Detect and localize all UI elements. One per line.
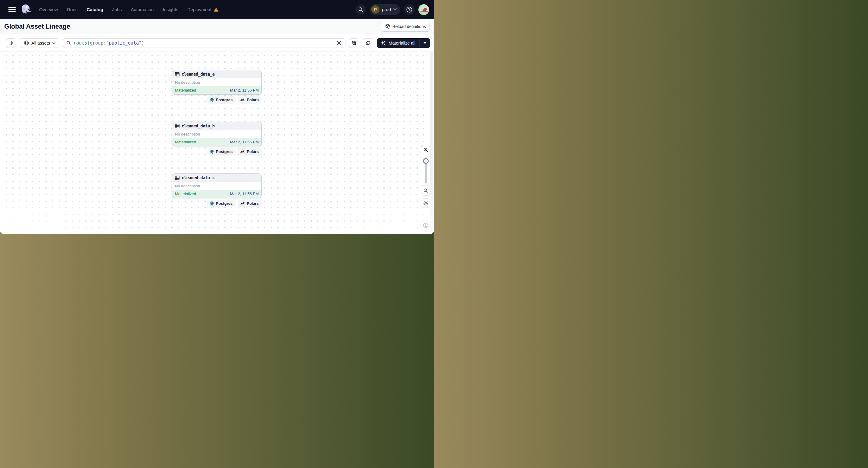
polars-icon xyxy=(240,98,245,102)
deployment-name: prod xyxy=(382,7,391,12)
sparkle-icon xyxy=(380,40,386,46)
polars-icon xyxy=(240,150,245,154)
nav-item-deployment[interactable]: Deployment xyxy=(187,7,219,12)
gear-icon xyxy=(423,200,429,206)
tag-label: Postgres xyxy=(216,149,233,154)
zoom-in-button[interactable] xyxy=(421,145,430,155)
materialization-timestamp[interactable]: Mar 2, 11:56 PM xyxy=(230,88,259,92)
asset-node-header: cleaned_data_c xyxy=(172,174,261,182)
tag-label: Postgres xyxy=(216,201,233,206)
nav-links: Overview Runs Catalog Jobs Automation In… xyxy=(39,7,219,12)
view-full-graph-button[interactable] xyxy=(349,38,359,48)
asset-node-cleaned-data-a[interactable]: cleaned_data_a No description Materializ… xyxy=(172,70,262,95)
user-avatar[interactable] xyxy=(418,4,429,15)
search-button[interactable] xyxy=(355,4,366,15)
asset-node-header: cleaned_data_b xyxy=(172,122,261,130)
toggle-sidebar-button[interactable] xyxy=(6,38,16,48)
tag-postgres[interactable]: Postgres xyxy=(207,96,236,103)
vertical-scrollbar[interactable] xyxy=(430,52,433,234)
caret-down-icon xyxy=(424,42,427,44)
asset-node-cleaned-data-c[interactable]: cleaned_data_c No description Materializ… xyxy=(172,174,262,198)
deployment-initial-badge: P xyxy=(371,5,379,13)
tag-polars[interactable]: Polars xyxy=(238,96,262,103)
materialize-all-button: Materialize all xyxy=(377,38,430,48)
deployment-switcher[interactable]: P prod xyxy=(370,4,400,15)
refresh-button[interactable] xyxy=(363,38,373,48)
lineage-canvas[interactable]: cleaned_data_a No description Materializ… xyxy=(0,52,434,234)
lineage-toolbar: All assets roots(group:"public_data") xyxy=(0,34,434,52)
tag-postgres[interactable]: Postgres xyxy=(207,148,236,155)
graph-settings-button[interactable] xyxy=(421,198,430,208)
nav-item-overview[interactable]: Overview xyxy=(39,7,58,12)
zoom-out-icon xyxy=(424,188,428,193)
nav-item-runs[interactable]: Runs xyxy=(67,7,78,12)
asset-scope-dropdown[interactable]: All assets xyxy=(20,38,59,48)
warning-icon xyxy=(214,7,219,12)
table-icon xyxy=(175,176,180,180)
chevron-down-icon xyxy=(53,42,55,44)
zoom-slider[interactable] xyxy=(421,155,430,186)
menu-icon[interactable] xyxy=(8,7,16,12)
reload-definitions-icon xyxy=(385,24,390,29)
nav-item-automation[interactable]: Automation xyxy=(131,7,154,12)
asset-name: cleaned_data_a xyxy=(182,72,215,76)
postgres-icon xyxy=(210,201,214,206)
asset-status-row: Materialized Mar 2, 11:56 PM xyxy=(172,190,261,198)
tag-label: Postgres xyxy=(216,98,233,102)
top-nav: Overview Runs Catalog Jobs Automation In… xyxy=(0,0,434,19)
help-button[interactable] xyxy=(404,4,415,15)
tag-polars[interactable]: Polars xyxy=(238,148,262,155)
dagster-logo[interactable] xyxy=(20,3,33,16)
asset-selection-query: roots(group:"public_data") xyxy=(73,40,144,46)
clear-query-button[interactable] xyxy=(335,39,343,47)
reload-definitions-button[interactable]: Reload definitions xyxy=(381,22,430,32)
asset-status-row: Materialized Mar 2, 11:56 PM xyxy=(172,86,261,94)
materialize-all-main[interactable]: Materialize all xyxy=(377,38,420,48)
canvas-fade xyxy=(0,180,138,234)
nav-item-catalog[interactable]: Catalog xyxy=(87,7,103,12)
table-icon xyxy=(175,72,180,76)
search-icon xyxy=(358,7,364,12)
postgres-icon xyxy=(210,98,214,102)
nav-item-jobs[interactable]: Jobs xyxy=(112,7,122,12)
postgres-icon xyxy=(210,149,214,154)
reload-definitions-label: Reload definitions xyxy=(393,24,426,29)
help-icon xyxy=(406,6,413,13)
dagster-app: Overview Runs Catalog Jobs Automation In… xyxy=(0,0,434,234)
materialization-timestamp[interactable]: Mar 2, 11:56 PM xyxy=(230,191,259,196)
globe-icon xyxy=(24,40,29,45)
close-icon xyxy=(337,41,341,45)
status-badge: Materialized xyxy=(175,88,196,92)
tag-label: Polars xyxy=(247,149,259,154)
zoom-slider-handle[interactable] xyxy=(423,158,429,164)
nav-item-insights[interactable]: Insights xyxy=(163,7,178,12)
tag-postgres[interactable]: Postgres xyxy=(207,200,236,207)
query-colon: : xyxy=(103,40,106,46)
asset-description: No description xyxy=(172,78,261,86)
zoom-out-button[interactable] xyxy=(421,186,430,195)
tag-label: Polars xyxy=(247,201,259,206)
refresh-icon xyxy=(366,40,371,45)
canvas-fade xyxy=(308,186,434,234)
polars-icon xyxy=(240,201,245,206)
page-title: Global Asset Lineage xyxy=(4,23,70,30)
tag-polars[interactable]: Polars xyxy=(238,200,262,207)
asset-name: cleaned_data_c xyxy=(182,175,215,180)
search-icon xyxy=(66,41,71,45)
zoom-in-icon xyxy=(424,148,428,152)
query-value: "public_data" xyxy=(106,40,141,46)
materialization-timestamp[interactable]: Mar 2, 11:56 PM xyxy=(230,140,259,144)
download-image-button[interactable] xyxy=(421,221,430,230)
page-header: Global Asset Lineage Reload definitions xyxy=(0,19,434,34)
asset-status-row: Materialized Mar 2, 11:56 PM xyxy=(172,138,261,146)
asset-selection-input[interactable]: roots(group:"public_data") xyxy=(63,38,345,48)
nav-right: P prod xyxy=(355,4,429,15)
asset-node-cleaned-data-b[interactable]: cleaned_data_b No description Materializ… xyxy=(172,122,262,146)
status-badge: Materialized xyxy=(175,140,196,144)
asset-tags-row: Postgres Polars xyxy=(172,200,262,207)
query-close-paren: ) xyxy=(142,40,144,46)
materialize-options-button[interactable] xyxy=(420,38,430,48)
table-icon xyxy=(175,124,180,128)
chevron-down-icon xyxy=(393,8,397,10)
asset-name: cleaned_data_b xyxy=(182,123,215,128)
